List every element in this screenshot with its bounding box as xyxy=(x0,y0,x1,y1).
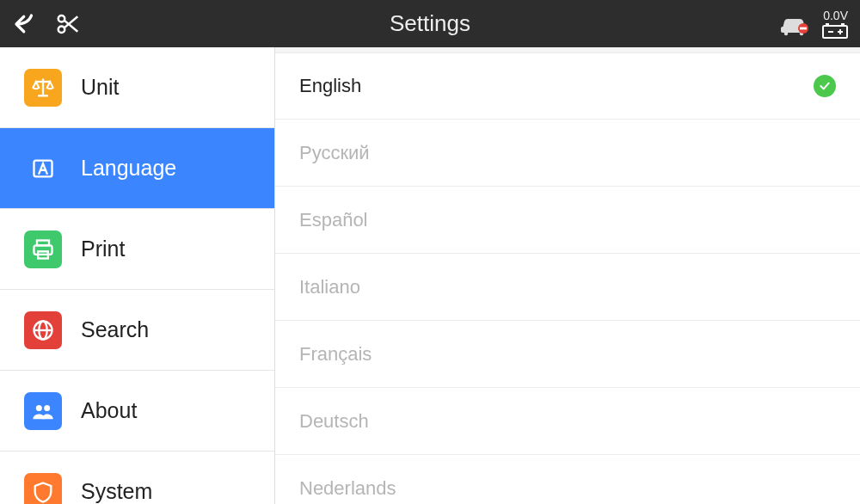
language-option[interactable]: Deutsch xyxy=(275,388,860,455)
language-label: Italiano xyxy=(299,276,360,298)
globe-icon xyxy=(24,311,62,349)
svg-rect-20 xyxy=(34,245,52,255)
sidebar-item-label: Unit xyxy=(81,75,119,100)
language-label: Español xyxy=(299,209,368,231)
language-option[interactable]: Español xyxy=(275,187,860,254)
svg-point-5 xyxy=(784,31,788,34)
language-option[interactable]: Русский xyxy=(275,120,860,187)
sidebar-item-search[interactable]: Search xyxy=(0,290,274,371)
page-title: Settings xyxy=(0,10,860,37)
sidebar-item-about[interactable]: About xyxy=(0,371,274,452)
language-label: English xyxy=(299,75,361,97)
language-label: Nederlands xyxy=(299,477,396,500)
back-icon[interactable] xyxy=(12,11,38,37)
people-icon xyxy=(24,392,62,430)
svg-rect-12 xyxy=(828,31,833,33)
battery-icon xyxy=(822,23,848,39)
checkmark-icon xyxy=(814,75,836,97)
shield-icon xyxy=(24,473,62,505)
language-option[interactable]: Italiano xyxy=(275,254,860,321)
scales-icon xyxy=(24,69,62,107)
printer-icon xyxy=(24,230,62,268)
language-option[interactable]: Nederlands xyxy=(275,455,860,504)
sidebar-item-language[interactable]: Language xyxy=(0,128,274,209)
sidebar-item-label: Language xyxy=(81,156,176,181)
main-panel: EnglishРусскийEspañolItalianoFrançaisDeu… xyxy=(275,47,860,504)
sidebar-item-label: Print xyxy=(81,237,125,261)
language-list: EnglishРусскийEspañolItalianoFrançaisDeu… xyxy=(275,52,860,504)
svg-rect-11 xyxy=(823,26,847,38)
svg-point-25 xyxy=(36,405,42,411)
language-label: Русский xyxy=(299,142,370,164)
language-label: Deutsch xyxy=(299,410,369,433)
language-icon xyxy=(24,150,62,187)
svg-point-26 xyxy=(44,405,50,411)
car-status-icon xyxy=(777,11,812,37)
sidebar-item-label: Search xyxy=(81,317,149,342)
sidebar: UnitLanguagePrintSearchAboutSystem xyxy=(0,47,275,504)
sidebar-item-print[interactable]: Print xyxy=(0,209,274,290)
sidebar-item-unit[interactable]: Unit xyxy=(0,47,274,128)
top-bar: Settings 0.0V xyxy=(0,0,860,47)
sidebar-item-system[interactable]: System xyxy=(0,452,274,504)
voltage-label: 0.0V xyxy=(823,9,848,22)
svg-rect-8 xyxy=(800,27,807,29)
language-label: Français xyxy=(299,343,372,366)
language-option[interactable]: Français xyxy=(275,321,860,388)
sidebar-item-label: System xyxy=(81,479,152,504)
scissors-icon[interactable] xyxy=(53,11,83,37)
sidebar-item-label: About xyxy=(81,398,137,423)
svg-rect-14 xyxy=(839,29,841,34)
language-option[interactable]: English xyxy=(275,52,860,120)
